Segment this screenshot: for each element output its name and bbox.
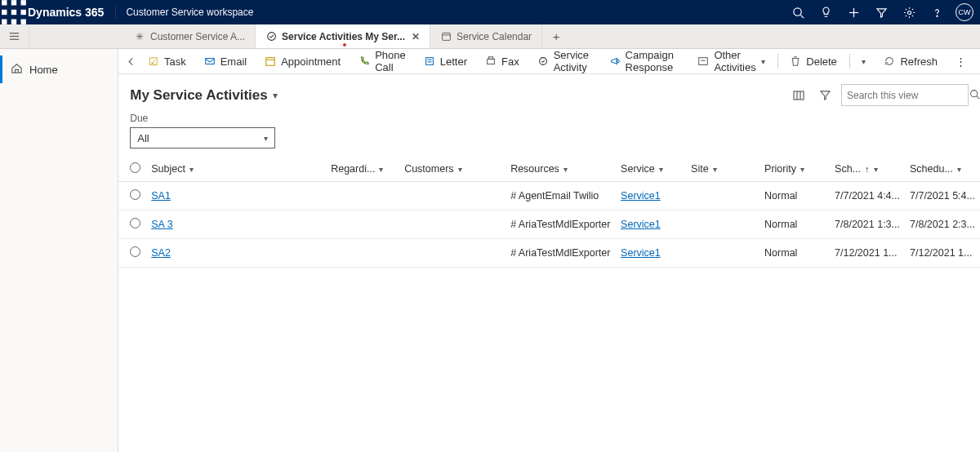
filter-row: Due All ▾ [118, 106, 980, 157]
header-separator [115, 6, 116, 19]
overflow-button[interactable]: ⋮ [948, 49, 973, 74]
column-priority[interactable]: Priority▾ [764, 163, 825, 175]
cell-priority: Normal [760, 210, 830, 239]
cell-scheduled-start: 7/12/2021 1... [830, 239, 905, 268]
cell-regarding [326, 182, 399, 210]
sidebar-item-home[interactable]: Home [0, 55, 118, 83]
app-launcher-icon[interactable] [0, 0, 28, 26]
app-name: Customer Service workspace [126, 7, 253, 18]
column-scheduled-end[interactable]: Schedu...▾ [910, 163, 975, 175]
search-icon[interactable] [784, 0, 812, 24]
svg-point-30 [539, 58, 546, 65]
chevron-down-icon: ▾ [264, 134, 268, 143]
cell-priority: Normal [760, 239, 830, 268]
svg-rect-20 [442, 33, 450, 40]
search-icon[interactable] [969, 89, 980, 102]
cell-resources: # AriaTestMdlExporter [506, 239, 616, 268]
gear-icon[interactable] [895, 0, 923, 24]
column-site[interactable]: Site▾ [691, 163, 755, 175]
select-all[interactable] [130, 162, 140, 173]
email-button[interactable]: Email [197, 49, 255, 74]
chevron-down-icon[interactable]: ▾ [273, 90, 278, 101]
lightbulb-icon[interactable] [812, 0, 840, 24]
search-input[interactable] [847, 90, 969, 101]
other-activities-button[interactable]: Other Activities▾ [690, 49, 772, 74]
row-select[interactable] [130, 246, 140, 257]
refresh-button[interactable]: Refresh [876, 49, 945, 74]
tab-service-calendar[interactable]: Service Calendar [430, 24, 542, 48]
search-box[interactable] [841, 84, 969, 106]
activity-icon [265, 31, 277, 42]
brand[interactable]: Dynamics 365 [28, 6, 115, 19]
cell-scheduled-end: 7/7/2021 5:4... [905, 182, 980, 210]
chevron-down-icon: ▾ [659, 165, 663, 174]
task-icon: ☑ [148, 55, 159, 67]
svg-point-14 [907, 11, 911, 14]
add-icon[interactable] [840, 0, 867, 24]
help-icon[interactable] [923, 0, 951, 24]
svg-line-10 [800, 15, 804, 18]
tab-strip: ✳ Customer Service A... Service Activiti… [0, 24, 980, 49]
cell-service[interactable]: Service1 [621, 219, 661, 230]
letter-icon [424, 55, 435, 67]
task-button[interactable]: ☑Task [140, 49, 194, 74]
command-separator [777, 54, 778, 69]
tab-customer-service-agent[interactable]: ✳ Customer Service A... [124, 24, 256, 48]
chevron-down-icon: ▾ [800, 165, 804, 174]
due-filter-value: All [137, 132, 149, 144]
svg-rect-8 [21, 20, 26, 24]
trash-icon [790, 55, 801, 67]
cell-resources: # AgentEmail Twilio [506, 182, 616, 210]
due-filter-select[interactable]: All ▾ [130, 127, 275, 148]
filter-icon[interactable] [867, 0, 895, 24]
column-resources[interactable]: Resources▾ [510, 163, 611, 175]
back-button[interactable] [125, 51, 137, 71]
cell-service[interactable]: Service1 [621, 190, 661, 202]
cell-subject[interactable]: SA2 [151, 247, 171, 259]
close-icon[interactable]: ✕ [412, 31, 420, 42]
campaign-response-button[interactable]: Campaign Response [602, 49, 688, 74]
table-row[interactable]: SA 3# AriaTestMdlExporterService1Normal7… [118, 210, 980, 239]
cell-subject[interactable]: SA1 [151, 190, 171, 202]
svg-line-40 [977, 95, 979, 98]
command-bar: ☑Task Email Appointment Phone Call Lette… [118, 49, 980, 74]
avatar[interactable]: CW [956, 3, 973, 21]
recording-dot-icon [343, 43, 346, 47]
data-grid: Subject▾ Regardi...▾ Customers▾ Resource… [118, 157, 980, 452]
calendar-icon [440, 31, 452, 42]
cell-service[interactable]: Service1 [621, 247, 661, 259]
refresh-icon [884, 55, 895, 67]
row-select[interactable] [130, 189, 140, 200]
view-header: My Service Activities ▾ [118, 74, 980, 106]
new-tab-button[interactable]: + [542, 24, 570, 48]
cell-site [686, 210, 760, 239]
chevron-down-icon: ▾ [458, 165, 462, 174]
column-subject[interactable]: Subject▾ [151, 163, 321, 175]
column-regarding[interactable]: Regardi...▾ [331, 163, 394, 175]
column-service[interactable]: Service▾ [621, 163, 681, 175]
row-select[interactable] [130, 218, 140, 228]
sidebar: Home [0, 49, 118, 452]
chevron-down-icon: ▾ [379, 165, 383, 174]
delete-button[interactable]: Delete [782, 49, 844, 74]
chevron-down-icon: ▾ [862, 57, 866, 66]
phone-call-button[interactable]: Phone Call [351, 49, 413, 74]
fax-icon [485, 55, 497, 67]
fax-button[interactable]: Fax [478, 49, 527, 74]
letter-button[interactable]: Letter [416, 49, 474, 74]
tab-service-activities[interactable]: Service Activities My Ser... ✕ [256, 24, 430, 48]
filter-button[interactable] [815, 86, 835, 105]
chevron-down-icon: ▾ [761, 57, 765, 66]
appointment-button[interactable]: Appointment [257, 49, 348, 74]
column-scheduled-start[interactable]: Sch...↑▾ [835, 163, 900, 175]
cell-subject[interactable]: SA 3 [151, 219, 172, 230]
service-activity-button[interactable]: Service Activity [530, 49, 599, 74]
table-row[interactable]: SA2# AriaTestMdlExporterService1Normal7/… [118, 239, 980, 268]
delete-split-button[interactable]: ▾ [854, 49, 873, 74]
cell-scheduled-start: 7/7/2021 4:4... [830, 182, 905, 210]
hamburger-icon[interactable] [0, 24, 29, 48]
table-row[interactable]: SA1# AgentEmail TwilioService1Normal7/7/… [118, 182, 980, 210]
edit-columns-button[interactable] [789, 86, 808, 105]
column-customers[interactable]: Customers▾ [404, 163, 501, 175]
svg-rect-23 [266, 58, 275, 66]
